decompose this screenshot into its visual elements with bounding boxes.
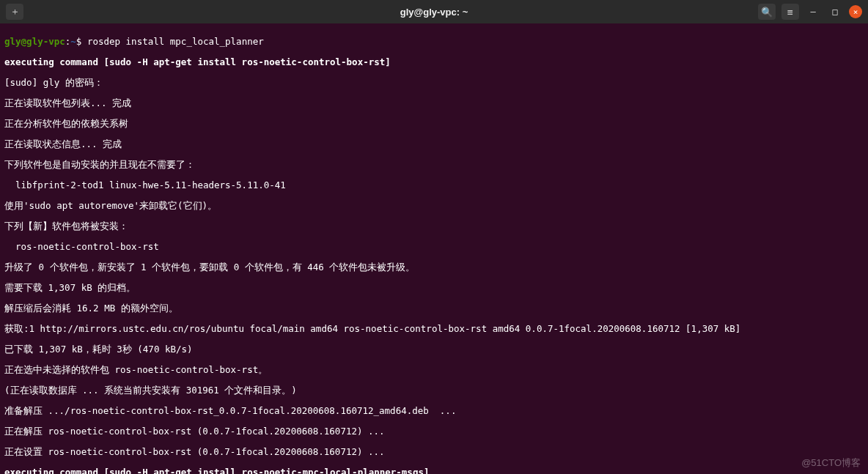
output-line: 已下载 1,307 kB，耗时 3秒 (470 kB/s) [4, 344, 864, 355]
terminal-body[interactable]: gly@gly-vpc:~$ rosdep install mpc_local_… [0, 23, 868, 474]
prompt-line: gly@gly-vpc:~$ rosdep install mpc_local_… [4, 37, 864, 47]
output-line: 下列【新】软件包将被安装： [4, 221, 864, 232]
window-title: gly@gly-vpc: ~ [0, 7, 868, 18]
output-line: 正在设置 ros-noetic-control-box-rst (0.0.7-1… [4, 447, 864, 457]
window-titlebar: ＋ gly@gly-vpc: ~ 🔍 ≡ — □ × [0, 0, 868, 23]
output-line: libfprint-2-tod1 linux-hwe-5.11-headers-… [4, 180, 864, 190]
output-line: 使用'sudo apt autoremove'来卸载它(它们)。 [4, 201, 864, 211]
output-line: 正在读取软件包列表... 完成 [4, 98, 864, 108]
output-line: [sudo] gly 的密码： [4, 78, 864, 88]
output-line: 解压缩后会消耗 16.2 MB 的额外空间。 [4, 303, 864, 314]
output-line: 正在读取状态信息... 完成 [4, 139, 864, 149]
watermark: @51CTO博客 [801, 456, 861, 470]
command-text: rosdep install mpc_local_planner [81, 36, 263, 47]
output-line: 获取:1 http://mirrors.ustc.edu.cn/ros/ubun… [4, 324, 864, 334]
output-line: 需要下载 1,307 kB 的归档。 [4, 283, 864, 293]
output-line: 下列软件包是自动安装的并且现在不需要了： [4, 160, 864, 170]
prompt-path: ~ [70, 36, 76, 47]
output-line: 正在分析软件包的依赖关系树 [4, 119, 864, 129]
output-line: executing command [sudo -H apt-get insta… [4, 467, 864, 474]
output-line: 升级了 0 个软件包，新安装了 1 个软件包，要卸载 0 个软件包，有 446 … [4, 262, 864, 273]
prompt-user: gly@gly-vpc [4, 36, 65, 47]
output-line: executing command [sudo -H apt-get insta… [4, 57, 864, 67]
output-line: 准备解压 .../ros-noetic-control-box-rst_0.0.… [4, 406, 864, 416]
output-line: 正在选中未选择的软件包 ros-noetic-control-box-rst。 [4, 365, 864, 375]
output-line: ros-noetic-control-box-rst [4, 242, 864, 252]
output-line: (正在读取数据库 ... 系统当前共安装有 301961 个文件和目录。) [4, 385, 864, 396]
output-line: 正在解压 ros-noetic-control-box-rst (0.0.7-1… [4, 426, 864, 437]
